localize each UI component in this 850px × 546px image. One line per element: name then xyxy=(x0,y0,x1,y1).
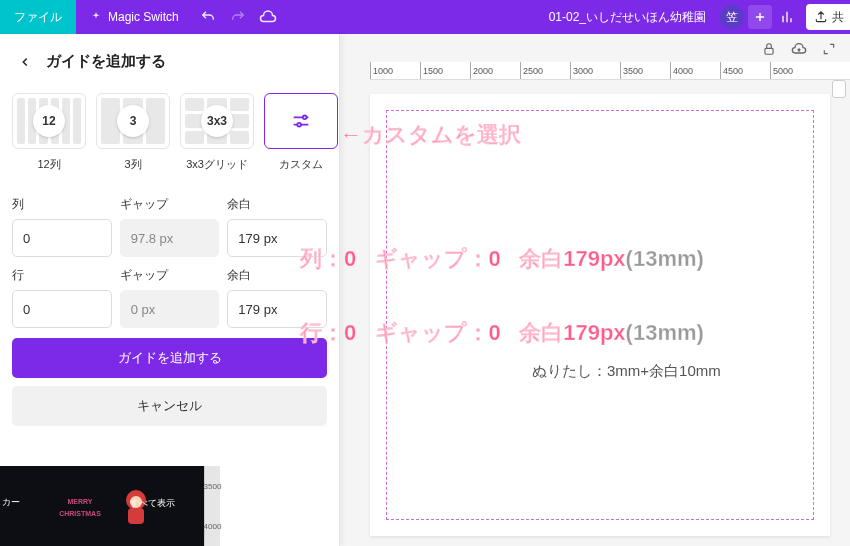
document-title[interactable]: 01-02_いしだせいほん幼稚園 xyxy=(539,9,716,26)
design-page[interactable] xyxy=(370,94,830,536)
preset-custom[interactable]: カスタム xyxy=(264,93,338,172)
annotation-custom-arrow: ←カスタムを選択 xyxy=(340,120,521,150)
preset-badge: 3 xyxy=(117,105,149,137)
svg-text:MERRY: MERRY xyxy=(67,498,92,505)
canvas-area: 100015002000250030003500400045005000 xyxy=(340,34,850,546)
show-all-link[interactable]: すべて表示 xyxy=(130,497,175,510)
column-gap-input[interactable] xyxy=(120,219,220,257)
sliders-icon xyxy=(290,110,312,132)
guides-panel: ガイドを追加する 12 12列 3 3列 3x3 3x3グリッド xyxy=(0,34,340,546)
preset-label: 3x3グリッド xyxy=(180,157,254,172)
label-columns: 列 xyxy=(12,196,112,213)
preset-3-columns[interactable]: 3 3列 xyxy=(96,93,170,172)
merry-christmas-thumb: MERRY CHRISTMAS xyxy=(50,486,110,526)
asset-thumbnail-strip[interactable]: カー MERRY CHRISTMAS すべて表示 35004000 xyxy=(0,466,220,546)
preset-3x3-grid[interactable]: 3x3 3x3グリッド xyxy=(180,93,254,172)
page-nav-widget[interactable] xyxy=(832,80,846,98)
strip-category-label: カー xyxy=(2,496,20,509)
redo-button[interactable] xyxy=(223,0,253,34)
label-gap: ギャップ xyxy=(120,196,220,213)
panel-title: ガイドを追加する xyxy=(46,52,166,71)
preset-badge: 3x3 xyxy=(201,105,233,137)
preset-label: 12列 xyxy=(12,157,86,172)
magic-switch-button[interactable]: Magic Switch xyxy=(76,10,193,24)
sparkle-icon xyxy=(90,11,102,23)
label-rows: 行 xyxy=(12,267,112,284)
share-label: 共 xyxy=(832,9,844,26)
label-gap-2: ギャップ xyxy=(120,267,220,284)
svg-rect-6 xyxy=(128,508,144,524)
label-margin: 余白 xyxy=(227,196,327,213)
magic-switch-label: Magic Switch xyxy=(108,10,179,24)
guides-form: 列 ギャップ 余白 行 ギャップ 余白 xyxy=(0,172,339,328)
share-button[interactable]: 共 xyxy=(806,4,850,30)
lock-button[interactable] xyxy=(758,38,780,60)
preset-row: 12 12列 3 3列 3x3 3x3グリッド カスタム xyxy=(0,93,339,172)
analytics-button[interactable] xyxy=(772,0,802,34)
undo-button[interactable] xyxy=(193,0,223,34)
columns-input[interactable] xyxy=(12,219,112,257)
rows-input[interactable] xyxy=(12,290,112,328)
preset-12-columns[interactable]: 12 12列 xyxy=(12,93,86,172)
cloud-sync-icon[interactable] xyxy=(253,0,283,34)
cancel-button[interactable]: キャンセル xyxy=(12,386,327,426)
preset-badge: 12 xyxy=(33,105,65,137)
row-gap-input[interactable] xyxy=(120,290,220,328)
horizontal-ruler: 100015002000250030003500400045005000 xyxy=(370,62,850,80)
file-menu[interactable]: ファイル xyxy=(0,0,76,34)
add-guides-button[interactable]: ガイドを追加する xyxy=(12,338,327,378)
strip-ruler: 35004000 xyxy=(204,466,220,546)
svg-point-1 xyxy=(297,123,301,127)
preset-label: 3列 xyxy=(96,157,170,172)
annotation-line1: 列：0 ギャップ：0 余白179px(13mm) xyxy=(300,244,704,274)
annotation-note: ぬりたし：3mm+余白10mm xyxy=(532,362,721,381)
cloud-save-button[interactable] xyxy=(788,38,810,60)
annotation-line2: 行：0 ギャップ：0 余白179px(13mm) xyxy=(300,318,704,348)
top-toolbar: ファイル Magic Switch 01-02_いしだせいほん幼稚園 笠 共 xyxy=(0,0,850,34)
expand-button[interactable] xyxy=(818,38,840,60)
guide-outline xyxy=(386,110,814,520)
upload-icon xyxy=(814,10,828,24)
add-collaborator-button[interactable] xyxy=(748,5,772,29)
preset-label: カスタム xyxy=(264,157,338,172)
svg-rect-7 xyxy=(765,48,773,54)
back-button[interactable] xyxy=(16,53,34,71)
svg-point-0 xyxy=(303,116,307,120)
svg-text:CHRISTMAS: CHRISTMAS xyxy=(59,510,101,517)
avatar[interactable]: 笠 xyxy=(720,5,744,29)
